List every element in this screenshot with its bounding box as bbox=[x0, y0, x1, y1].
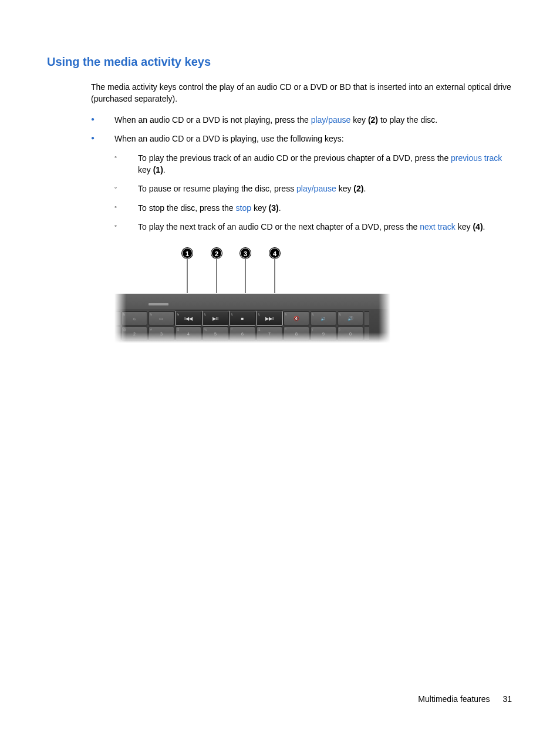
text: To play the next track of an audio CD or… bbox=[138, 222, 420, 231]
text: key bbox=[138, 165, 153, 174]
key-f5-stop: f₅■ bbox=[230, 311, 255, 325]
text: key bbox=[336, 184, 354, 193]
play-pause-icon: ▶II bbox=[212, 316, 218, 321]
text: To stop the disc, press the bbox=[138, 203, 236, 213]
key-8: *8 bbox=[284, 327, 309, 341]
bullet-item-2: When an audio CD or a DVD is playing, us… bbox=[91, 133, 513, 233]
text: key bbox=[251, 203, 269, 213]
text: key bbox=[350, 115, 368, 125]
previous-track-link[interactable]: previous track bbox=[451, 153, 502, 163]
key-number-3: (3) bbox=[269, 203, 279, 213]
text: . bbox=[163, 165, 166, 174]
page-footer: Multimedia features 31 bbox=[418, 694, 512, 704]
key-number-2: (2) bbox=[353, 184, 363, 193]
key-f4-play-pause: f₄▶II bbox=[203, 311, 228, 325]
key-7: &7 bbox=[257, 327, 282, 341]
key-f6-next-track: f₆▶▶I bbox=[257, 311, 282, 325]
callout-3: 3 bbox=[240, 248, 251, 258]
key-f9-volume-up: f₉🔊 bbox=[338, 311, 363, 325]
previous-track-icon: I◀◀ bbox=[184, 316, 193, 321]
sub-item-stop: To stop the disc, press the stop key (3)… bbox=[114, 202, 513, 214]
mute-icon: 🔇 bbox=[294, 316, 299, 321]
key-5: %5 bbox=[203, 327, 228, 341]
display-icon: ▭ bbox=[159, 316, 164, 321]
brightness-icon: ☼ bbox=[132, 316, 136, 321]
callout-1: 1 bbox=[182, 248, 193, 258]
text: To pause or resume playing the disc, pre… bbox=[138, 184, 296, 193]
key-f3-previous-track: f₃I◀◀ bbox=[176, 311, 201, 325]
key-4: $4 bbox=[176, 327, 201, 341]
section-heading: Using the media activity keys bbox=[47, 55, 513, 69]
key-9: (9 bbox=[311, 327, 336, 341]
callout-4: 4 bbox=[269, 248, 280, 258]
number-key-row: @2 #3 $4 %5 ^6 &7 *8 (9 )0 bbox=[116, 327, 389, 341]
casing-slot bbox=[149, 303, 168, 305]
next-track-link[interactable]: next track bbox=[420, 222, 456, 231]
key-f8-volume-down: f₈🔉 bbox=[311, 311, 336, 325]
key-number-1: (1) bbox=[153, 165, 163, 174]
text: When an audio CD or a DVD is playing, us… bbox=[114, 134, 344, 143]
intro-paragraph: The media activity keys control the play… bbox=[91, 82, 513, 105]
play-pause-link[interactable]: play/pause bbox=[311, 115, 351, 125]
next-track-icon: ▶▶I bbox=[265, 316, 274, 321]
keyboard-diagram: 1 2 3 4 f₁☼ f₂▭ f₃I◀◀ f₄▶II f₅■ f₆▶▶I f₇… bbox=[114, 247, 390, 343]
volume-down-icon: 🔉 bbox=[321, 316, 326, 321]
bullet-item-1: When an audio CD or a DVD is not playing… bbox=[91, 114, 513, 126]
key-6: ^6 bbox=[230, 327, 255, 341]
sub-item-previous-track: To play the previous track of an audio C… bbox=[114, 152, 513, 176]
key-number-2: (2) bbox=[368, 115, 378, 125]
key-f2-display: f₂▭ bbox=[149, 311, 174, 325]
footer-section-name: Multimedia features bbox=[418, 694, 490, 704]
keyboard-casing bbox=[114, 294, 390, 310]
text: . bbox=[363, 184, 366, 193]
key-number-4: (4) bbox=[473, 222, 483, 231]
text: to play the disc. bbox=[378, 115, 437, 125]
sub-item-play-pause: To pause or resume playing the disc, pre… bbox=[114, 183, 513, 194]
play-pause-link[interactable]: play/pause bbox=[296, 184, 336, 193]
stop-link[interactable]: stop bbox=[236, 203, 251, 213]
key-2: @2 bbox=[122, 327, 147, 341]
text: When an audio CD or a DVD is not playing… bbox=[114, 115, 311, 125]
key-0: )0 bbox=[338, 327, 363, 341]
text: . bbox=[483, 222, 485, 231]
footer-page-number: 31 bbox=[502, 694, 512, 704]
volume-up-icon: 🔊 bbox=[348, 316, 353, 321]
stop-icon: ■ bbox=[241, 316, 244, 321]
key-3: #3 bbox=[149, 327, 174, 341]
callout-2: 2 bbox=[211, 248, 222, 258]
key-f7-mute: f₇🔇 bbox=[284, 311, 309, 325]
key-f1-brightness: f₁☼ bbox=[122, 311, 147, 325]
text: . bbox=[279, 203, 281, 213]
function-key-row: f₁☼ f₂▭ f₃I◀◀ f₄▶II f₅■ f₆▶▶I f₇🔇 f₈🔉 f₉… bbox=[116, 311, 389, 325]
text: To play the previous track of an audio C… bbox=[138, 153, 451, 163]
sub-item-next-track: To play the next track of an audio CD or… bbox=[114, 221, 513, 233]
text: key bbox=[456, 222, 473, 231]
